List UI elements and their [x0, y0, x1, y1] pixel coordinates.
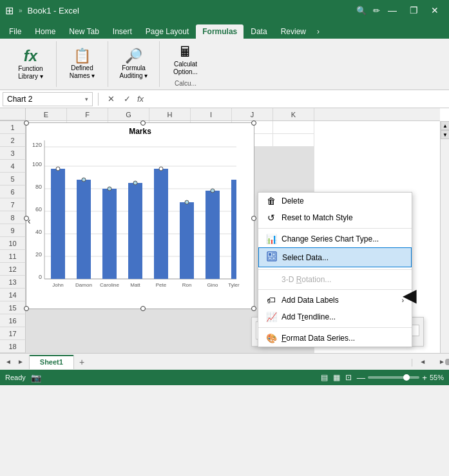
grid-cell[interactable] [108, 327, 149, 340]
grid-cell[interactable] [191, 327, 232, 340]
chart-handle-bottom[interactable] [140, 306, 146, 311]
window-title: Book1 - Excel [28, 6, 79, 15]
view-normal-button[interactable]: ▤ [321, 373, 328, 382]
menu-item-add-data-labels[interactable]: 🏷 Add Data Labels › [258, 292, 412, 309]
tab-prev-button[interactable]: ◄ [3, 357, 14, 367]
menu-item-format-data-series[interactable]: 🎨 Format Data Series... [258, 330, 412, 347]
chart-handle-topleft[interactable] [24, 120, 29, 126]
zoom-out-button[interactable]: — [357, 373, 365, 383]
row-header-7: 7 [0, 198, 26, 211]
calculate-icon: 🖩 [178, 44, 193, 61]
bar-handle-damon[interactable] [82, 178, 86, 182]
grid-cell[interactable] [149, 340, 191, 353]
svg-text:Matt: Matt [130, 282, 140, 288]
grid-cell[interactable] [26, 340, 67, 353]
grid-cell[interactable] [149, 327, 191, 340]
tab-row: ◄ ► Sheet1 + | ◄ ► [0, 353, 449, 370]
hscroll-left-button[interactable]: ◄ [416, 357, 430, 367]
grid-cell[interactable] [67, 314, 108, 327]
grid-cell[interactable] [108, 340, 149, 353]
pen-icon[interactable]: ✏ [373, 6, 380, 15]
svg-rect-26 [272, 253, 275, 256]
zoom-slider[interactable] [368, 376, 419, 379]
grid-cell[interactable] [26, 327, 67, 340]
chart-handle-bottomleft[interactable] [24, 306, 29, 311]
tab-pagelayout[interactable]: Page Layout [139, 24, 195, 39]
view-pagebreak-button[interactable]: ▦ [333, 373, 340, 382]
tab-insert[interactable]: Insert [106, 24, 139, 39]
grid-cell[interactable] [191, 314, 232, 327]
bar-handle-ron[interactable] [185, 200, 189, 204]
chart-handle-bottomright[interactable] [251, 306, 256, 311]
menu-item-reset-style-label: Reset to Match Style [282, 213, 353, 222]
col-header-k: K [273, 108, 314, 120]
ribbon-group-calc-buttons: 🖩 CalculatOption... [169, 41, 202, 79]
sheet-tab-sheet1[interactable]: Sheet1 [29, 355, 74, 369]
ribbon-group-function-library: fx FunctionLibrary ▾ [5, 41, 57, 87]
add-sheet-button[interactable]: + [74, 355, 90, 369]
scroll-down-button[interactable]: ▼ [441, 130, 449, 139]
calculate-button[interactable]: 🖩 CalculatOption... [169, 41, 202, 79]
calculate-label: CalculatOption... [173, 61, 198, 76]
chart-left-arrow[interactable]: ‹ [28, 216, 31, 226]
chart-handle-topright[interactable] [251, 120, 256, 126]
close-button[interactable]: ✕ [426, 3, 444, 18]
grid-cell[interactable] [191, 340, 232, 353]
tab-next-button[interactable]: ► [15, 357, 26, 367]
bar-handle-matt[interactable] [133, 181, 137, 185]
grid-cell[interactable] [273, 147, 314, 160]
formula-cancel-button[interactable]: ✕ [104, 94, 119, 104]
grid-cell[interactable] [26, 314, 67, 327]
bar-handle-gino[interactable] [211, 189, 215, 193]
menu-item-select-data[interactable]: Select Data... [258, 247, 412, 267]
ribbon-group-fa-buttons: 🔎 FormulaAuditing ▾ [115, 41, 153, 86]
chart-handle-right[interactable] [251, 216, 256, 221]
grid-cell[interactable] [273, 134, 314, 147]
menu-item-delete[interactable]: 🗑 Delete [258, 193, 412, 209]
row-header-14: 14 [0, 289, 26, 301]
formula-input[interactable] [149, 95, 446, 104]
ribbon-group-label-calc: Calcu... [175, 80, 196, 87]
search-icon[interactable]: 🔍 [356, 6, 367, 15]
bar-handle-john[interactable] [56, 167, 60, 171]
menu-item-reset-style[interactable]: ↺ Reset to Match Style [258, 209, 412, 226]
svg-text:20: 20 [35, 251, 42, 258]
menu-item-add-trendline[interactable]: 📈 Add Trendline... [258, 309, 412, 325]
zoom-in-button[interactable]: + [422, 373, 427, 383]
tab-newtab[interactable]: New Tab [62, 24, 105, 39]
tab-data[interactable]: Data [244, 24, 273, 39]
defined-names-button[interactable]: 📋 DefinedNames ▾ [65, 45, 99, 82]
menu-item-delete-label: Delete [282, 196, 304, 205]
tab-formulas[interactable]: Formulas [196, 24, 244, 39]
grid-cell[interactable] [108, 314, 149, 327]
function-library-button[interactable]: fx FunctionLibrary ▾ [14, 44, 47, 83]
bar-handle-pete[interactable] [159, 167, 163, 171]
tab-controls: ◄ ► [0, 357, 29, 367]
tab-file[interactable]: File [3, 24, 28, 39]
tab-more[interactable]: › [313, 24, 323, 39]
grid-cell[interactable] [273, 121, 314, 134]
view-pagelayout-button[interactable]: ⊡ [345, 373, 352, 382]
tab-home[interactable]: Home [28, 24, 62, 39]
scroll-up-button[interactable]: ▲ [441, 121, 449, 130]
maximize-button[interactable]: ❐ [405, 3, 423, 18]
grid-cell[interactable] [273, 160, 314, 173]
formula-auditing-icon: 🔎 [125, 48, 142, 64]
vertical-scrollbar[interactable]: ▲ ▼ [440, 121, 449, 353]
formula-auditing-button[interactable]: 🔎 FormulaAuditing ▾ [115, 45, 153, 82]
chart-bar-pete [154, 169, 168, 279]
tab-review[interactable]: Review [274, 24, 312, 39]
chart-handle-top[interactable] [140, 120, 146, 126]
fx-label: fx [137, 94, 144, 104]
menu-separator-1 [258, 228, 412, 229]
grid-cell[interactable] [67, 340, 108, 353]
menu-item-change-chart-type[interactable]: 📊 Change Series Chart Type... [258, 231, 412, 247]
minimize-button[interactable]: — [383, 3, 402, 18]
bar-handle-caroline[interactable] [108, 187, 111, 191]
name-box[interactable]: Chart 2 ▾ [3, 92, 93, 106]
grid-cell[interactable] [273, 173, 314, 186]
formula-confirm-button[interactable]: ✓ [120, 94, 135, 104]
title-bar-left: ⊞ » Book1 - Excel [5, 5, 79, 17]
grid-cell[interactable] [67, 327, 108, 340]
grid-cell[interactable] [149, 314, 191, 327]
